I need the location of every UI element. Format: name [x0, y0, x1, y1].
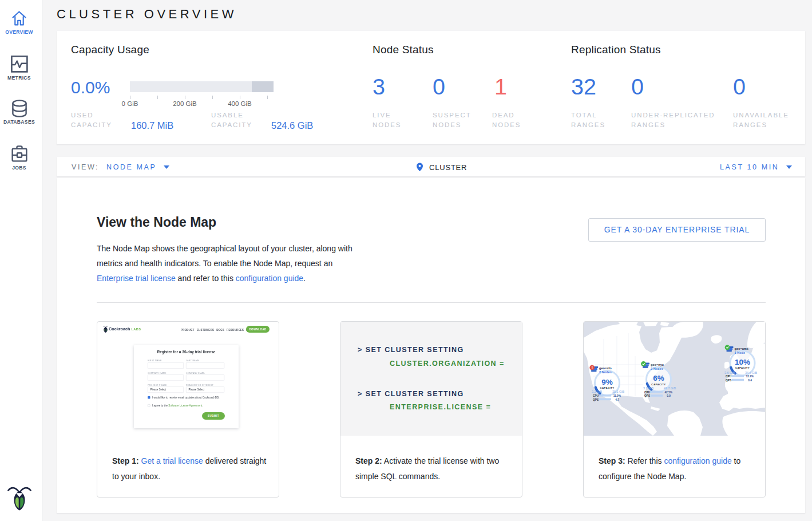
svg-text:3.2 GiB: 3.2 GiB [592, 390, 602, 393]
svg-text:0.0: 0.0 [667, 394, 671, 397]
svg-text:9%: 9% [601, 378, 613, 386]
svg-text:CAPACITY: CAPACITY [600, 386, 614, 389]
svg-text:CAPACITY: CAPACITY [735, 366, 750, 369]
svg-text:6%: 6% [653, 374, 664, 382]
svg-text:2 Nodes: 2 Nodes [651, 367, 663, 370]
svg-text:34.4 GiB: 34.4 GiB [745, 371, 757, 374]
svg-text:QPS: QPS [726, 379, 732, 382]
svg-text:CPU: CPU [593, 394, 599, 397]
svg-text:2 Nodes: 2 Nodes [599, 370, 612, 374]
svg-text:CPU: CPU [726, 375, 732, 378]
svg-text:10%: 10% [735, 358, 750, 366]
svg-text:QPS: QPS [593, 398, 599, 401]
svg-text:QPS: QPS [644, 394, 651, 397]
svg-text:43.7 GiB: 43.7 GiB [664, 386, 676, 390]
svg-text:geo=ams: geo=ams [735, 347, 748, 350]
svg-text:4.7: 4.7 [615, 398, 619, 401]
svg-text:geo=nyc: geo=nyc [651, 363, 664, 366]
svg-text:3.6 GiB: 3.6 GiB [724, 371, 735, 374]
svg-text:0.4: 0.4 [748, 379, 752, 382]
svg-text:13.2%: 13.2% [746, 375, 754, 378]
svg-text:3.7 GiB: 3.7 GiB [643, 386, 653, 390]
svg-text:42.5%: 42.5% [664, 391, 672, 394]
svg-text:11.0%: 11.0% [613, 394, 621, 397]
svg-text:1 Node: 1 Node [735, 351, 746, 354]
svg-text:CAPACITY: CAPACITY [651, 383, 666, 386]
svg-text:geo=sfo: geo=sfo [599, 366, 612, 370]
svg-text:35.1 GiB: 35.1 GiB [612, 390, 624, 393]
svg-text:CPU: CPU [644, 391, 651, 394]
